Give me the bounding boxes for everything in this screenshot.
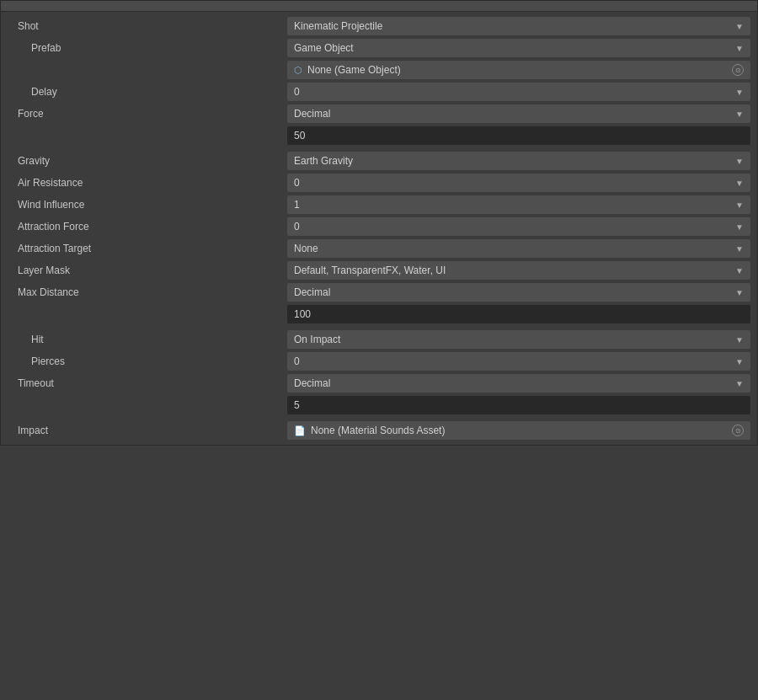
label-wind-influence: Wind Influence: [1, 199, 287, 211]
row-timeout-value: 5: [1, 394, 757, 416]
object-target-icon-prefab-object[interactable]: ⊙: [732, 64, 744, 76]
dropdown-value-attraction-target: None: [294, 243, 318, 254]
label-max-distance: Max Distance: [1, 286, 287, 298]
row-force: ForceDecimal▼: [1, 103, 757, 125]
dropdown-prefab[interactable]: Game Object▼: [287, 39, 750, 57]
dropdown-delay[interactable]: 0▼: [287, 83, 750, 101]
dropdown-arrow-icon-force: ▼: [735, 110, 744, 119]
object-field-prefab-object[interactable]: ⬡None (Game Object)⊙: [287, 61, 750, 79]
row-timeout: TimeoutDecimal▼: [1, 372, 757, 394]
dropdown-value-wind-influence: 1: [294, 199, 300, 211]
label-prefab: Prefab: [1, 42, 287, 54]
projectile-panel: ShotKinematic Projectile▼PrefabGame Obje…: [0, 0, 758, 446]
label-delay: Delay: [1, 86, 287, 98]
dropdown-value-shot: Kinematic Projectile: [294, 20, 382, 32]
row-layer-mask: Layer MaskDefault, TransparentFX, Water,…: [1, 259, 757, 281]
dropdown-arrow-icon-max-distance: ▼: [735, 288, 744, 297]
label-force: Force: [1, 108, 287, 120]
row-air-resistance: Air Resistance0▼: [1, 172, 757, 194]
dropdown-max-distance[interactable]: Decimal▼: [287, 283, 750, 302]
input-timeout-value[interactable]: 5: [287, 396, 750, 414]
dropdown-timeout[interactable]: Decimal▼: [287, 374, 750, 393]
object-icon-prefab-object: ⬡: [294, 65, 302, 76]
dropdown-layer-mask[interactable]: Default, TransparentFX, Water, UI▼: [287, 261, 750, 280]
dropdown-value-pierces: 0: [294, 355, 300, 367]
dropdown-arrow-icon-delay: ▼: [735, 88, 744, 97]
row-wind-influence: Wind Influence1▼: [1, 194, 757, 216]
dropdown-value-gravity: Earth Gravity: [294, 155, 353, 167]
row-prefab-object: ⬡None (Game Object)⊙: [1, 59, 757, 81]
dropdown-air-resistance[interactable]: 0▼: [287, 174, 750, 192]
object-icon-impact: 📄: [294, 425, 306, 436]
label-pierces: Pierces: [1, 355, 287, 367]
row-max-distance: Max DistanceDecimal▼: [1, 281, 757, 303]
row-pierces: Pierces0▼: [1, 350, 757, 372]
dropdown-arrow-icon-attraction-target: ▼: [735, 244, 744, 254]
dropdown-arrow-icon-air-resistance: ▼: [735, 179, 744, 188]
label-hit: Hit: [1, 334, 287, 345]
row-force-value: 50: [1, 125, 757, 147]
label-air-resistance: Air Resistance: [1, 177, 287, 189]
dropdown-arrow-icon-timeout: ▼: [735, 379, 744, 388]
input-max-distance-value[interactable]: 100: [287, 305, 750, 323]
dropdown-arrow-icon-pierces: ▼: [735, 357, 744, 366]
dropdown-arrow-icon-prefab: ▼: [735, 44, 744, 53]
panel-header[interactable]: [1, 1, 757, 12]
row-max-distance-value: 100: [1, 303, 757, 325]
dropdown-gravity[interactable]: Earth Gravity▼: [287, 152, 750, 170]
dropdown-attraction-force[interactable]: 0▼: [287, 217, 750, 236]
row-attraction-force: Attraction Force0▼: [1, 216, 757, 238]
label-impact: Impact: [1, 425, 287, 436]
dropdown-value-air-resistance: 0: [294, 177, 300, 189]
dropdown-attraction-target[interactable]: None▼: [287, 239, 750, 258]
dropdown-arrow-icon-hit: ▼: [735, 335, 744, 345]
row-shot: ShotKinematic Projectile▼: [1, 15, 757, 37]
dropdown-hit[interactable]: On Impact▼: [287, 330, 750, 349]
object-field-impact[interactable]: 📄None (Material Sounds Asset)⊙: [287, 421, 750, 440]
label-shot: Shot: [1, 20, 287, 32]
object-value-prefab-object: None (Game Object): [307, 64, 401, 76]
dropdown-shot[interactable]: Kinematic Projectile▼: [287, 17, 750, 35]
label-layer-mask: Layer Mask: [1, 265, 287, 276]
object-value-impact: None (Material Sounds Asset): [311, 425, 445, 436]
row-gravity: GravityEarth Gravity▼: [1, 150, 757, 172]
input-force-value[interactable]: 50: [287, 126, 750, 145]
dropdown-arrow-icon-shot: ▼: [735, 22, 744, 31]
dropdown-arrow-icon-layer-mask: ▼: [735, 266, 744, 275]
dropdown-value-max-distance: Decimal: [294, 286, 330, 298]
dropdown-wind-influence[interactable]: 1▼: [287, 195, 750, 214]
dropdown-value-delay: 0: [294, 86, 300, 98]
dropdown-value-layer-mask: Default, TransparentFX, Water, UI: [294, 265, 446, 276]
object-target-icon-impact[interactable]: ⊙: [732, 425, 744, 436]
row-impact: Impact📄None (Material Sounds Asset)⊙: [1, 419, 757, 441]
label-timeout: Timeout: [1, 377, 287, 389]
dropdown-value-attraction-force: 0: [294, 221, 300, 232]
dropdown-pierces[interactable]: 0▼: [287, 352, 750, 371]
row-hit: HitOn Impact▼: [1, 329, 757, 350]
dropdown-force[interactable]: Decimal▼: [287, 104, 750, 123]
label-attraction-target: Attraction Target: [1, 243, 287, 254]
dropdown-arrow-icon-attraction-force: ▼: [735, 222, 744, 232]
label-attraction-force: Attraction Force: [1, 221, 287, 232]
dropdown-value-timeout: Decimal: [294, 377, 330, 389]
row-attraction-target: Attraction TargetNone▼: [1, 238, 757, 259]
dropdown-value-prefab: Game Object: [294, 42, 354, 54]
row-prefab: PrefabGame Object▼: [1, 37, 757, 59]
dropdown-value-hit: On Impact: [294, 334, 340, 345]
label-gravity: Gravity: [1, 155, 287, 167]
dropdown-arrow-icon-gravity: ▼: [735, 157, 744, 166]
dropdown-arrow-icon-wind-influence: ▼: [735, 200, 744, 210]
dropdown-value-force: Decimal: [294, 108, 330, 120]
panel-content: ShotKinematic Projectile▼PrefabGame Obje…: [1, 12, 757, 445]
row-delay: Delay0▼: [1, 81, 757, 103]
